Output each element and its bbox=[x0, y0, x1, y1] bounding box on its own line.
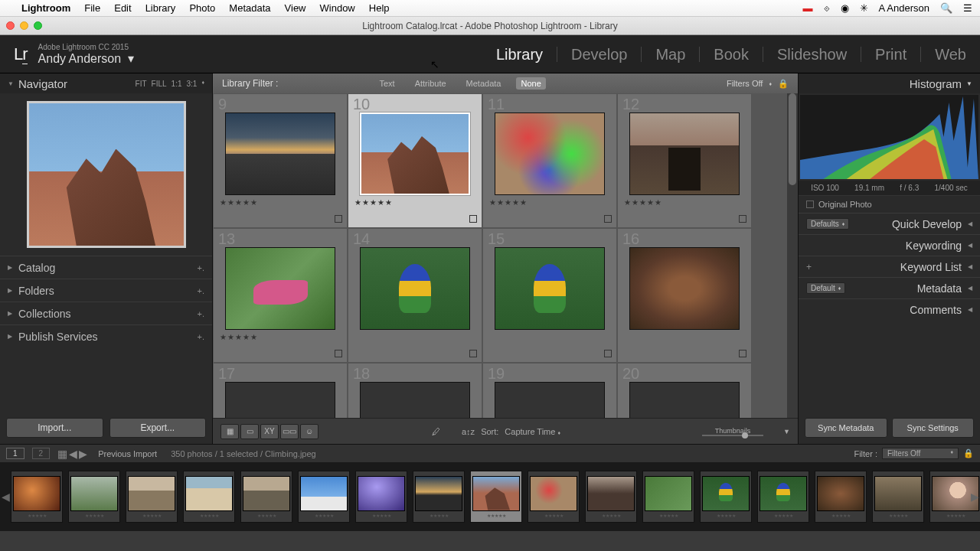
filmstrip-cell[interactable]: ★★★★★ bbox=[757, 471, 809, 523]
right-section-quick-develop[interactable]: Defaults♦Quick Develop◀ bbox=[799, 213, 980, 234]
cell-flag-icon[interactable] bbox=[469, 350, 477, 357]
menu-library[interactable]: Library bbox=[145, 2, 176, 14]
menubar-user[interactable]: A Anderson bbox=[879, 2, 930, 14]
cell-flag-icon[interactable] bbox=[604, 350, 612, 357]
navigator-header[interactable]: ▼ Navigator FIT FILL 1:1 3:1 ♦ bbox=[0, 73, 212, 93]
grid-cell[interactable]: 13★★★★★ bbox=[213, 228, 348, 363]
filmstrip-cell[interactable]: ★★★★★ bbox=[11, 471, 63, 523]
histogram-display[interactable] bbox=[800, 95, 978, 179]
filmstrip-cell[interactable]: ★★★★★ bbox=[585, 471, 637, 523]
nav-zoom-fill[interactable]: FILL bbox=[152, 80, 167, 88]
grid-cell[interactable]: 19 bbox=[482, 363, 617, 418]
filter-tab-attribute[interactable]: Attribute bbox=[410, 77, 451, 90]
filter-tab-metadata[interactable]: Metadata bbox=[462, 77, 506, 90]
grid-view-button[interactable]: ▦ bbox=[220, 424, 239, 439]
filmstrip-cell[interactable]: ★★★★★ bbox=[413, 471, 465, 523]
status-icon[interactable]: ▬ bbox=[803, 2, 813, 14]
filmstrip-cell[interactable]: ★★★★★ bbox=[126, 471, 178, 523]
menu-app[interactable]: Lightroom bbox=[21, 2, 70, 14]
filmstrip-cell[interactable]: ★★★★★ bbox=[528, 471, 580, 523]
filmstrip-cell[interactable]: ★★★★★ bbox=[470, 471, 522, 523]
rating-stars[interactable]: ★★★★★ bbox=[220, 198, 258, 207]
grid-cell[interactable]: 12★★★★★ bbox=[617, 93, 752, 228]
menu-metadata[interactable]: Metadata bbox=[229, 2, 270, 14]
nav-back-icon[interactable]: ◀ bbox=[69, 448, 77, 460]
module-slideshow[interactable]: Slideshow bbox=[763, 47, 861, 62]
identity-plate[interactable]: Andy Anderson ▾ bbox=[38, 51, 134, 66]
right-section-metadata[interactable]: Default♦Metadata◀ bbox=[799, 277, 980, 298]
filmstrip-filter-dropdown[interactable]: Filters Off♦ bbox=[882, 448, 959, 459]
loupe-view-button[interactable]: ▭ bbox=[240, 424, 259, 439]
thumbnail-size-slider[interactable] bbox=[702, 435, 763, 436]
zoom-window-button[interactable] bbox=[34, 21, 42, 30]
close-window-button[interactable] bbox=[6, 21, 15, 30]
spotlight-icon[interactable]: 🔍 bbox=[940, 2, 952, 14]
cell-flag-icon[interactable] bbox=[335, 215, 342, 223]
menu-window[interactable]: Window bbox=[320, 2, 355, 14]
compare-view-button[interactable]: XY bbox=[260, 424, 279, 439]
filmstrip-cell[interactable]: ★★★★★ bbox=[298, 471, 350, 523]
filmstrip[interactable]: ◀ ★★★★★★★★★★★★★★★★★★★★★★★★★★★★★★★★★★★★★★… bbox=[0, 462, 980, 531]
rating-stars[interactable]: ★★★★★ bbox=[354, 198, 393, 207]
filmstrip-cell[interactable]: ★★★★★ bbox=[642, 471, 694, 523]
toolbar-expand-icon[interactable]: ▼ bbox=[783, 428, 790, 435]
grid-cell[interactable]: 11★★★★★ bbox=[482, 93, 617, 228]
filmstrip-cell[interactable]: ★★★★★ bbox=[355, 471, 407, 523]
export-button[interactable]: Export... bbox=[109, 418, 207, 438]
grid-cell[interactable]: 18 bbox=[348, 363, 482, 418]
panel-section-publish-services[interactable]: ▶Publish Services+. bbox=[0, 324, 212, 347]
grid-cell[interactable]: 15 bbox=[482, 228, 617, 363]
right-section-keywording[interactable]: Keywording◀ bbox=[799, 234, 980, 256]
original-photo-toggle[interactable]: Original Photo bbox=[799, 195, 980, 213]
panel-section-collections[interactable]: ▶Collections+. bbox=[0, 302, 212, 324]
people-view-button[interactable]: ☺ bbox=[300, 424, 318, 439]
panel-section-catalog[interactable]: ▶Catalog+. bbox=[0, 256, 212, 279]
add-icon[interactable]: +. bbox=[198, 309, 204, 318]
import-button[interactable]: Import... bbox=[6, 418, 103, 438]
add-icon[interactable]: +. bbox=[198, 332, 204, 341]
menu-edit[interactable]: Edit bbox=[114, 2, 131, 14]
section-preset-dropdown[interactable]: Default♦ bbox=[806, 282, 845, 294]
cell-flag-icon[interactable] bbox=[739, 215, 746, 223]
rating-stars[interactable]: ★★★★★ bbox=[220, 333, 258, 341]
module-develop[interactable]: Develop bbox=[557, 47, 642, 62]
module-web[interactable]: Web bbox=[921, 47, 966, 62]
thumbnail-grid[interactable]: 9★★★★★10★★★★★11★★★★★12★★★★★13★★★★★141516… bbox=[213, 93, 798, 418]
menu-view[interactable]: View bbox=[285, 2, 306, 14]
menu-help[interactable]: Help bbox=[369, 2, 390, 14]
grid-cell[interactable]: 20 bbox=[617, 363, 752, 418]
filmstrip-cell[interactable]: ★★★★★ bbox=[700, 471, 752, 523]
grid-scrollbar[interactable] bbox=[787, 93, 798, 418]
sync-icon[interactable]: ✳ bbox=[860, 2, 868, 14]
add-icon[interactable]: +. bbox=[198, 286, 204, 295]
nav-zoom-1-1[interactable]: 1:1 bbox=[172, 80, 182, 88]
cc-icon[interactable]: ◉ bbox=[841, 2, 849, 14]
minimize-window-button[interactable] bbox=[20, 21, 28, 30]
menu-file[interactable]: File bbox=[84, 2, 100, 14]
rating-stars[interactable]: ★★★★★ bbox=[624, 198, 662, 207]
sync-metadata-button[interactable]: Sync Metadata bbox=[805, 418, 887, 438]
grid-cell[interactable]: 14 bbox=[348, 228, 482, 363]
cell-flag-icon[interactable] bbox=[739, 350, 746, 357]
source-label[interactable]: Previous Import bbox=[98, 449, 157, 458]
filmstrip-cell[interactable]: ★★★★★ bbox=[68, 471, 120, 523]
grid-cell[interactable]: 9★★★★★ bbox=[213, 93, 348, 228]
menu-photo[interactable]: Photo bbox=[189, 2, 215, 14]
primary-display-button[interactable]: 1 bbox=[6, 448, 24, 459]
secondary-display-button[interactable]: 2 bbox=[32, 448, 51, 459]
navigator-preview[interactable] bbox=[27, 101, 186, 248]
filter-lock-icon[interactable]: 🔒 bbox=[778, 79, 789, 89]
filmstrip-cell[interactable]: ★★★★★ bbox=[240, 471, 292, 523]
filters-status[interactable]: Filters Off bbox=[727, 79, 763, 88]
filter-lock-icon[interactable]: 🔒 bbox=[963, 448, 974, 458]
grid-cell[interactable]: 17 bbox=[213, 363, 348, 418]
grid-cell[interactable]: 16 bbox=[617, 228, 752, 363]
filter-tab-text[interactable]: Text bbox=[374, 77, 399, 90]
module-book[interactable]: Book bbox=[700, 47, 763, 62]
module-library[interactable]: Library bbox=[482, 47, 557, 62]
histogram-header[interactable]: Histogram ▼ bbox=[799, 73, 980, 93]
nav-zoom-fit[interactable]: FIT bbox=[136, 80, 147, 88]
survey-view-button[interactable]: ▭▭ bbox=[280, 424, 299, 439]
filmstrip-scroll-right[interactable]: ▶ bbox=[970, 462, 979, 531]
filmstrip-cell[interactable]: ★★★★★ bbox=[872, 471, 924, 523]
